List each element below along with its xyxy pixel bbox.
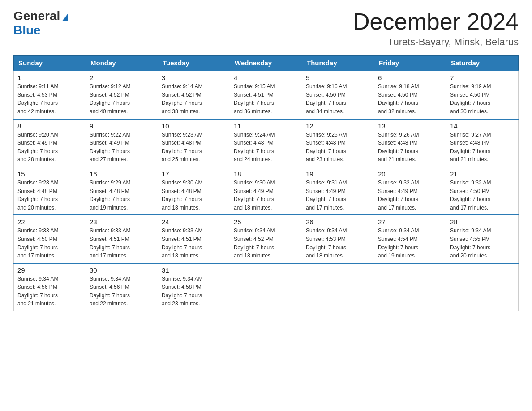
calendar-week-row: 22Sunrise: 9:33 AMSunset: 4:50 PMDayligh… — [14, 215, 519, 263]
calendar-cell: 14Sunrise: 9:27 AMSunset: 4:48 PMDayligh… — [446, 119, 519, 167]
calendar-table: SundayMondayTuesdayWednesdayThursdayFrid… — [13, 55, 519, 311]
logo-general: General — [13, 9, 60, 23]
day-number: 10 — [162, 122, 226, 130]
day-info: Sunrise: 9:19 AMSunset: 4:50 PMDaylight:… — [450, 82, 515, 116]
day-info: Sunrise: 9:30 AMSunset: 4:49 PMDaylight:… — [234, 179, 298, 212]
calendar-cell: 12Sunrise: 9:25 AMSunset: 4:48 PMDayligh… — [302, 119, 374, 167]
day-info: Sunrise: 9:34 AMSunset: 4:58 PMDaylight:… — [162, 275, 226, 308]
day-info: Sunrise: 9:16 AMSunset: 4:50 PMDaylight:… — [306, 82, 370, 116]
day-number: 1 — [17, 74, 82, 81]
calendar-cell: 27Sunrise: 9:34 AMSunset: 4:54 PMDayligh… — [374, 215, 446, 263]
day-number: 15 — [17, 170, 82, 178]
day-info: Sunrise: 9:32 AMSunset: 4:49 PMDaylight:… — [378, 179, 442, 212]
calendar-cell: 15Sunrise: 9:28 AMSunset: 4:48 PMDayligh… — [14, 167, 86, 215]
calendar-cell — [374, 263, 446, 311]
calendar-week-row: 29Sunrise: 9:34 AMSunset: 4:56 PMDayligh… — [14, 263, 519, 311]
day-info: Sunrise: 9:29 AMSunset: 4:48 PMDaylight:… — [90, 179, 154, 212]
day-info: Sunrise: 9:22 AMSunset: 4:49 PMDaylight:… — [90, 131, 154, 164]
day-number: 21 — [450, 170, 515, 178]
day-info: Sunrise: 9:34 AMSunset: 4:55 PMDaylight:… — [450, 227, 515, 260]
calendar-cell: 8Sunrise: 9:20 AMSunset: 4:49 PMDaylight… — [14, 119, 86, 167]
calendar-cell: 31Sunrise: 9:34 AMSunset: 4:58 PMDayligh… — [158, 263, 230, 311]
day-info: Sunrise: 9:18 AMSunset: 4:50 PMDaylight:… — [378, 82, 442, 116]
calendar-cell: 19Sunrise: 9:31 AMSunset: 4:49 PMDayligh… — [302, 167, 374, 215]
day-number: 19 — [306, 170, 370, 178]
day-number: 3 — [162, 74, 226, 81]
calendar-cell: 9Sunrise: 9:22 AMSunset: 4:49 PMDaylight… — [86, 119, 158, 167]
day-number: 11 — [234, 122, 298, 130]
calendar-cell: 28Sunrise: 9:34 AMSunset: 4:55 PMDayligh… — [446, 215, 519, 263]
logo: General Blue — [13, 9, 68, 38]
title-block: December 2024 Turets-Bayary, Minsk, Bela… — [353, 9, 519, 48]
calendar-cell: 20Sunrise: 9:32 AMSunset: 4:49 PMDayligh… — [374, 167, 446, 215]
weekday-header-friday: Friday — [374, 56, 446, 71]
calendar-week-row: 1Sunrise: 9:11 AMSunset: 4:53 PMDaylight… — [14, 71, 519, 119]
day-number: 28 — [450, 218, 515, 226]
calendar-cell: 21Sunrise: 9:32 AMSunset: 4:50 PMDayligh… — [446, 167, 519, 215]
calendar-cell: 18Sunrise: 9:30 AMSunset: 4:49 PMDayligh… — [230, 167, 302, 215]
day-number: 6 — [378, 74, 442, 81]
day-number: 17 — [162, 170, 226, 178]
day-info: Sunrise: 9:34 AMSunset: 4:54 PMDaylight:… — [378, 227, 442, 260]
calendar-cell: 24Sunrise: 9:33 AMSunset: 4:51 PMDayligh… — [158, 215, 230, 263]
calendar-cell: 25Sunrise: 9:34 AMSunset: 4:52 PMDayligh… — [230, 215, 302, 263]
day-number: 9 — [90, 122, 154, 130]
weekday-header-row: SundayMondayTuesdayWednesdayThursdayFrid… — [14, 56, 519, 71]
day-number: 24 — [162, 218, 226, 226]
calendar-cell: 22Sunrise: 9:33 AMSunset: 4:50 PMDayligh… — [14, 215, 86, 263]
calendar-cell: 10Sunrise: 9:23 AMSunset: 4:48 PMDayligh… — [158, 119, 230, 167]
day-number: 31 — [162, 266, 226, 274]
day-number: 5 — [306, 74, 370, 81]
weekday-header-thursday: Thursday — [302, 56, 374, 71]
day-number: 30 — [90, 266, 154, 274]
day-number: 12 — [306, 122, 370, 130]
day-number: 25 — [234, 218, 298, 226]
day-number: 22 — [17, 218, 82, 226]
weekday-header-tuesday: Tuesday — [158, 56, 230, 71]
day-info: Sunrise: 9:15 AMSunset: 4:51 PMDaylight:… — [234, 82, 298, 116]
day-info: Sunrise: 9:34 AMSunset: 4:56 PMDaylight:… — [90, 275, 154, 308]
calendar-cell: 6Sunrise: 9:18 AMSunset: 4:50 PMDaylight… — [374, 71, 446, 119]
day-info: Sunrise: 9:23 AMSunset: 4:48 PMDaylight:… — [162, 131, 226, 164]
calendar-cell — [446, 263, 519, 311]
location-subtitle: Turets-Bayary, Minsk, Belarus — [353, 36, 519, 48]
day-number: 2 — [90, 74, 154, 81]
calendar-cell: 1Sunrise: 9:11 AMSunset: 4:53 PMDaylight… — [14, 71, 86, 119]
day-info: Sunrise: 9:34 AMSunset: 4:53 PMDaylight:… — [306, 227, 370, 260]
day-info: Sunrise: 9:32 AMSunset: 4:50 PMDaylight:… — [450, 179, 515, 212]
day-info: Sunrise: 9:28 AMSunset: 4:48 PMDaylight:… — [17, 179, 82, 212]
day-number: 18 — [234, 170, 298, 178]
calendar-cell: 29Sunrise: 9:34 AMSunset: 4:56 PMDayligh… — [14, 263, 86, 311]
day-info: Sunrise: 9:33 AMSunset: 4:51 PMDaylight:… — [162, 227, 226, 260]
calendar-cell: 13Sunrise: 9:26 AMSunset: 4:48 PMDayligh… — [374, 119, 446, 167]
logo-blue: Blue — [13, 23, 41, 37]
calendar-cell: 17Sunrise: 9:30 AMSunset: 4:48 PMDayligh… — [158, 167, 230, 215]
calendar-cell: 30Sunrise: 9:34 AMSunset: 4:56 PMDayligh… — [86, 263, 158, 311]
calendar-week-row: 8Sunrise: 9:20 AMSunset: 4:49 PMDaylight… — [14, 119, 519, 167]
day-number: 29 — [17, 266, 82, 274]
calendar-cell: 11Sunrise: 9:24 AMSunset: 4:48 PMDayligh… — [230, 119, 302, 167]
calendar-cell: 4Sunrise: 9:15 AMSunset: 4:51 PMDaylight… — [230, 71, 302, 119]
day-number: 8 — [17, 122, 82, 130]
page-header: General Blue December 2024 Turets-Bayary… — [13, 9, 519, 48]
calendar-cell: 26Sunrise: 9:34 AMSunset: 4:53 PMDayligh… — [302, 215, 374, 263]
calendar-cell: 7Sunrise: 9:19 AMSunset: 4:50 PMDaylight… — [446, 71, 519, 119]
logo-arrow-icon — [62, 13, 68, 21]
day-info: Sunrise: 9:24 AMSunset: 4:48 PMDaylight:… — [234, 131, 298, 164]
weekday-header-wednesday: Wednesday — [230, 56, 302, 71]
day-info: Sunrise: 9:34 AMSunset: 4:56 PMDaylight:… — [17, 275, 82, 308]
calendar-cell — [302, 263, 374, 311]
month-year-title: December 2024 — [353, 9, 519, 34]
day-info: Sunrise: 9:30 AMSunset: 4:48 PMDaylight:… — [162, 179, 226, 212]
day-number: 16 — [90, 170, 154, 178]
day-number: 14 — [450, 122, 515, 130]
weekday-header-saturday: Saturday — [446, 56, 519, 71]
day-info: Sunrise: 9:11 AMSunset: 4:53 PMDaylight:… — [17, 82, 82, 116]
day-info: Sunrise: 9:31 AMSunset: 4:49 PMDaylight:… — [306, 179, 370, 212]
day-number: 26 — [306, 218, 370, 226]
day-info: Sunrise: 9:25 AMSunset: 4:48 PMDaylight:… — [306, 131, 370, 164]
day-info: Sunrise: 9:14 AMSunset: 4:52 PMDaylight:… — [162, 82, 226, 116]
day-info: Sunrise: 9:12 AMSunset: 4:52 PMDaylight:… — [90, 82, 154, 116]
day-number: 13 — [378, 122, 442, 130]
weekday-header-monday: Monday — [86, 56, 158, 71]
